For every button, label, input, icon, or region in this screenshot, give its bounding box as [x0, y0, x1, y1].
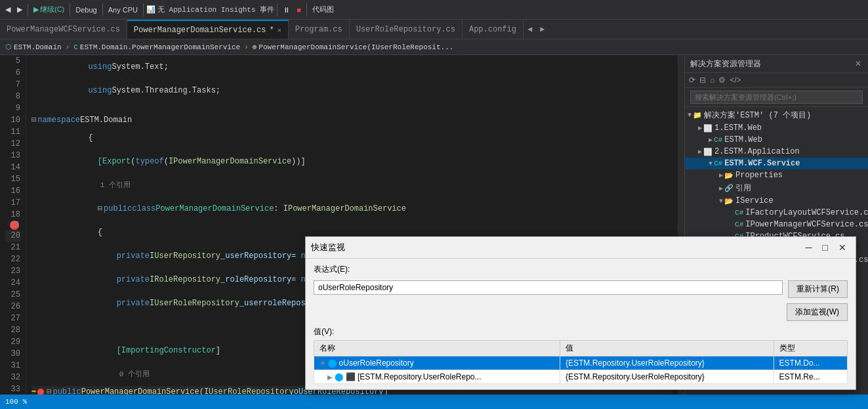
se-code-btn[interactable]: </> [728, 74, 742, 86]
tab-powermanage-wcf[interactable]: PowerManageWCFService.cs [0, 20, 127, 39]
tab-overflow-btn[interactable]: ◀ [524, 20, 536, 39]
row0-name: ▼ ⬤ oUserRoleRepository [314, 356, 560, 370]
solution-explorer-header: 解决方案资源管理器 ✕ [685, 55, 868, 73]
dialog-controls: ─ □ ✕ [802, 241, 850, 254]
expr-input[interactable] [314, 280, 783, 295]
tab-close-btn[interactable]: ✕ [278, 26, 281, 34]
expr-label: 表达式(E): [314, 264, 353, 275]
expand-wcf[interactable]: ▼ [709, 160, 713, 167]
tab-overflow-right-btn[interactable]: ▶ [536, 20, 548, 39]
se-search-input[interactable] [690, 91, 863, 104]
row1-expand[interactable]: ▶ [327, 374, 333, 381]
breadcrumb-namespace[interactable]: ⬡ ESTM.Domain [3, 41, 64, 53]
tree-label: 2.ESTM.Application [714, 147, 800, 156]
tree-solution[interactable]: ▼ 📁 解决方案'ESTM' (7 个项目) [685, 108, 868, 122]
namespace-icon: ⬡ [5, 43, 12, 51]
value-label: 值(V): [314, 326, 848, 337]
code-line-5: using System.Text; [31, 55, 672, 79]
row0-type: ESTM.Do... [774, 356, 847, 370]
breadcrumb-method[interactable]: ⊕ PowerManagerDomainService(IUserRoleRep… [250, 41, 457, 53]
breadcrumb-sep2: › [244, 43, 249, 51]
se-home-btn[interactable]: ⌂ [709, 74, 716, 86]
table-row-1[interactable]: ▶ ⬤ ⬛ [ESTM.Repository.UserRoleRepo... {… [314, 370, 848, 384]
tab-userrole[interactable]: UserRoleRepository.cs [350, 20, 463, 39]
continue-btn[interactable]: ▶ 继续(C) [31, 3, 67, 16]
status-bar: 100 % [0, 395, 868, 409]
code-line-11: ⊟public class PowerManagerDomainService:… [31, 197, 672, 221]
quick-watch-dialog[interactable]: 快速监视 ─ □ ✕ 表达式(E): 重新计算(R) 添加监视(W) 值(V): [305, 236, 856, 390]
tab-bar: PowerManageWCFService.cs PowerManagerDom… [0, 20, 868, 39]
cpu-btn[interactable]: Any CPU [106, 5, 140, 15]
se-collapse-btn[interactable]: ⊟ [698, 74, 707, 86]
dialog-title: 快速监视 [311, 242, 345, 253]
expand-app[interactable]: ▶ [698, 148, 702, 156]
code-ref-hint-10: 1 个引用 [31, 173, 672, 197]
tree-estmweb-parent[interactable]: ▶ ⬜ 1.ESTM.Web [685, 122, 868, 134]
solution-icon: 📁 [693, 111, 702, 119]
tab-label: PowerManageWCFService.cs [7, 25, 120, 34]
expand-child[interactable]: ▶ [709, 136, 713, 144]
main-toolbar: ◀ ▶ ▶ 继续(C) Debug Any CPU 📊 无 Applicatio… [0, 0, 868, 20]
se-props-btn[interactable]: ⚙ [717, 74, 727, 86]
project-icon-1: ⬜ [703, 124, 713, 133]
expand-props[interactable]: ▶ [719, 171, 723, 179]
tree-ifactory[interactable]: ▶ C# IFactoryLayoutWCFService.cs [685, 207, 868, 219]
expr-row: 表达式(E): [314, 264, 848, 275]
se-sync-btn[interactable]: ⟳ [688, 74, 697, 86]
tab-label: Program.cs [295, 25, 342, 34]
row0-expand[interactable]: ▼ [320, 360, 326, 367]
tree-estm-app[interactable]: ▶ ⬜ 2.ESTM.Application [685, 146, 868, 158]
tab-appconfig[interactable]: App.config [463, 20, 524, 39]
cs-icon-2: C# [714, 160, 722, 167]
tree-ipowermanager[interactable]: ▶ C# IPowerManagerWCFService.cs [685, 219, 868, 230]
code-line-10: [Export(typeof(IPowerManagerDomainServic… [31, 150, 672, 173]
insights-panel: 📊 无 Application Insights 事件 [146, 5, 274, 14]
se-close-btn[interactable]: ✕ [854, 58, 863, 70]
collapse-ns[interactable]: ⊟ [31, 114, 36, 126]
code-line-8: ⊟namespace ESTM.Domain [31, 114, 672, 126]
tree-properties[interactable]: ▶ 📂 Properties [685, 169, 868, 181]
expand-refs[interactable]: ▶ [719, 184, 723, 192]
tab-powermanager-domain[interactable]: PowerManagerDomainService.cs * ✕ [127, 20, 289, 39]
expand-solution[interactable]: ▼ [688, 112, 692, 119]
collapse-class[interactable]: ⊟ [98, 203, 102, 215]
forward-btn[interactable]: ▶ [14, 4, 25, 15]
row1-value: {ESTM.Repository.UserRoleRepository} [560, 370, 774, 384]
cs-icon-factory: C# [735, 209, 743, 217]
pause-btn[interactable]: ⏸ [280, 5, 293, 15]
add-watch-btn[interactable]: 添加监视(W) [787, 303, 848, 321]
dialog-close-btn[interactable]: ✕ [835, 241, 850, 254]
folder-icon-props: 📂 [724, 171, 734, 180]
recalc-btn[interactable]: 重新计算(R) [788, 280, 848, 298]
col-type: 类型 [774, 341, 847, 356]
tree-label: 1.ESTM.Web [714, 123, 762, 133]
dialog-minimize-btn[interactable]: ─ [802, 241, 816, 254]
tree-estmweb-child[interactable]: ▶ C# ESTM.Web [685, 134, 868, 146]
se-title: 解决方案资源管理器 [690, 58, 761, 70]
stop-btn[interactable]: ■ [294, 5, 304, 15]
expand-estmweb[interactable]: ▶ [698, 124, 702, 132]
tree-iservice[interactable]: ▼ 📂 IService [685, 195, 868, 207]
back-btn[interactable]: ◀ [3, 4, 13, 15]
sep3 [102, 3, 103, 16]
zoom-level: 100 % [5, 398, 27, 406]
watch-table: 名称 值 类型 ▼ ⬤ oUserRoleRepository {ESTM.Re… [314, 340, 848, 384]
dialog-maximize-btn[interactable]: □ [819, 241, 832, 254]
se-toolbar: ⟳ ⊟ ⌂ ⚙ </> [685, 73, 868, 88]
code-line-6: using System.Threading.Tasks; [31, 79, 672, 102]
table-row-0[interactable]: ▼ ⬤ oUserRoleRepository {ESTM.Repository… [314, 356, 848, 370]
codemap-btn[interactable]: 代码图 [310, 3, 337, 16]
debug-btn[interactable]: Debug [73, 5, 99, 15]
insights-icon: 📊 [146, 5, 155, 14]
dialog-body: 表达式(E): 重新计算(R) 添加监视(W) 值(V): 名称 值 类型 [306, 259, 856, 389]
sep6 [306, 3, 307, 16]
sep5 [277, 3, 278, 16]
breadcrumb-class[interactable]: C ESTM.Domain.PowerManagerDomainService [71, 42, 243, 53]
tab-program[interactable]: Program.cs [289, 20, 350, 39]
code-line-7 [31, 102, 672, 114]
row1-name: ▶ ⬤ ⬛ [ESTM.Repository.UserRoleRepo... [314, 370, 560, 384]
tree-wcf-service[interactable]: ▼ C# ESTM.WCF.Service [685, 158, 868, 169]
expand-iservice[interactable]: ▼ [719, 198, 723, 205]
tree-refs[interactable]: ▶ 🔗 引用 [685, 181, 868, 195]
tab-label: App.config [469, 25, 516, 34]
